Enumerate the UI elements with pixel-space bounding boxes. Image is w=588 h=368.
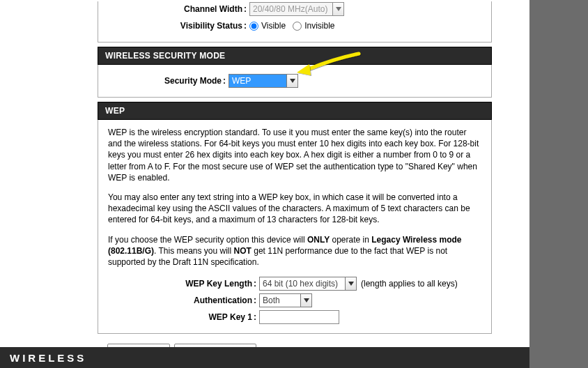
chevron-down-icon[interactable] <box>300 294 311 307</box>
wep-settings: WEP Key Length : 64 bit (10 hex digits) … <box>108 276 481 325</box>
visibility-invisible-radio[interactable]: Invisible <box>293 21 334 31</box>
colon: : <box>252 296 259 305</box>
channel-width-select: 20/40/80 MHz(Auto) <box>249 2 344 16</box>
security-mode-section: WIRELESS SECURITY MODE Security Mode : W… <box>98 47 492 98</box>
chevron-down-icon <box>332 3 343 15</box>
chevron-down-icon[interactable] <box>286 75 297 87</box>
wep-key-length-label: WEP Key Length <box>108 279 252 289</box>
security-mode-header: WIRELESS SECURITY MODE <box>98 47 492 65</box>
wep-auth-label: Authentication <box>108 296 252 305</box>
page-outer: Channel Width : 20/40/80 MHz(Auto) Visib… <box>0 0 529 368</box>
wep-paragraph-2: You may also enter any text string into … <box>108 192 481 226</box>
text: . This means you will <box>154 246 234 256</box>
colon: : <box>252 279 259 289</box>
wep-body: WEP is the wireless encryption standard.… <box>98 120 492 334</box>
channel-width-value: 20/40/80 MHz(Auto) <box>250 3 332 15</box>
wep-paragraph-1: WEP is the wireless encryption standard.… <box>108 127 481 183</box>
chevron-down-icon[interactable] <box>345 277 356 290</box>
visibility-visible-radio[interactable]: Visible <box>249 21 286 31</box>
wep-key-length-select[interactable]: 64 bit (10 hex digits) <box>259 277 357 291</box>
text: If you choose the WEP security option th… <box>108 235 307 245</box>
top-partial-box: Channel Width : 20/40/80 MHz(Auto) Visib… <box>98 1 492 43</box>
text-bold: ONLY <box>307 235 330 245</box>
wep-key1-label: WEP Key 1 <box>108 312 252 322</box>
channel-width-row: Channel Width : 20/40/80 MHz(Auto) <box>98 1 491 17</box>
colon: : <box>222 76 229 86</box>
colon: : <box>242 4 249 14</box>
colon: : <box>242 21 249 31</box>
wep-key1-input[interactable] <box>259 310 339 324</box>
main-content: Channel Width : 20/40/80 MHz(Auto) Visib… <box>98 0 492 363</box>
footer-bar: WIRELESS <box>0 347 529 368</box>
security-mode-body: Security Mode : WEP <box>98 65 492 98</box>
visibility-row: Visibility Status : Visible Invisible <box>98 18 491 33</box>
wep-header: WEP <box>98 102 492 120</box>
wep-paragraph-3: If you choose the WEP security option th… <box>108 234 481 268</box>
text-bold: NOT <box>234 246 252 256</box>
wep-auth-value: Both <box>260 294 300 307</box>
security-mode-select[interactable]: WEP <box>229 74 298 88</box>
radio-input[interactable] <box>249 22 258 31</box>
wep-key-length-value: 64 bit (10 hex digits) <box>260 277 345 290</box>
radio-label: Visible <box>261 21 286 31</box>
colon: : <box>252 312 259 322</box>
footer-title: WIRELESS <box>10 352 86 364</box>
wep-key-length-row: WEP Key Length : 64 bit (10 hex digits) … <box>108 276 481 291</box>
radio-input[interactable] <box>293 22 302 31</box>
security-mode-row: Security Mode : WEP <box>108 73 481 89</box>
wep-auth-row: Authentication : Both <box>108 293 481 308</box>
radio-label: Invisible <box>304 21 334 31</box>
visibility-label: Visibility Status <box>98 21 242 31</box>
wep-key-length-hint: (length applies to all keys) <box>361 279 458 289</box>
security-mode-label: Security Mode <box>108 76 222 86</box>
text: operate in <box>330 235 371 245</box>
channel-width-label: Channel Width <box>98 4 242 14</box>
wep-section: WEP WEP is the wireless encryption stand… <box>98 102 492 334</box>
wep-auth-select[interactable]: Both <box>259 293 312 307</box>
wep-key1-row: WEP Key 1 : <box>108 309 481 325</box>
security-mode-value: WEP <box>229 75 286 87</box>
